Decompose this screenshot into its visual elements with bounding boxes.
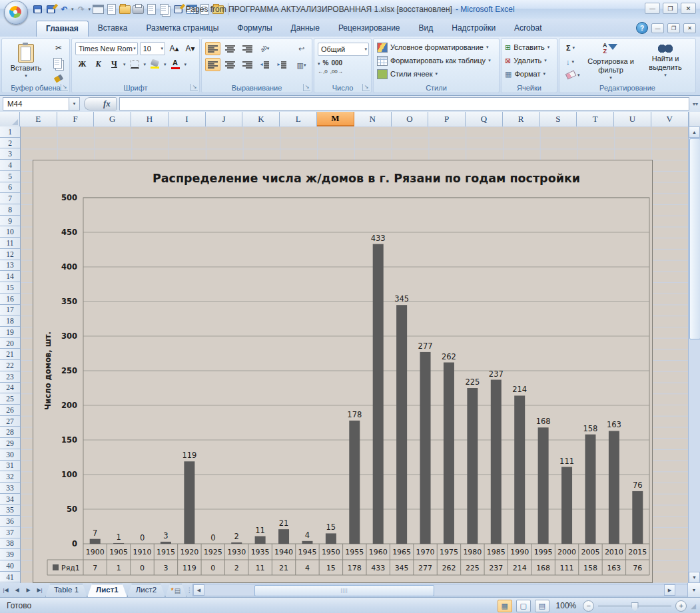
row-header-23[interactable]: 23: [0, 371, 20, 383]
cell-styles-button[interactable]: Стили ячеек▾: [376, 67, 497, 81]
new-document-icon[interactable]: [106, 4, 117, 15]
row-header-13[interactable]: 13: [0, 260, 20, 272]
select-all-corner[interactable]: [0, 112, 20, 126]
insert-table-icon[interactable]: [186, 4, 197, 15]
bar-chart[interactable]: Распределение числа ж/домов в г. Рязани …: [33, 160, 653, 583]
column-header-G[interactable]: G: [94, 112, 131, 126]
dialog-launcher-icon[interactable]: ↘: [303, 84, 310, 91]
font-color-caret-icon[interactable]: ▾: [184, 62, 187, 67]
name-box[interactable]: M44: [3, 97, 69, 110]
find-select-button[interactable]: Найти и выделить▾: [638, 41, 693, 82]
font-size-select[interactable]: 10 ▾: [140, 42, 165, 55]
comma-style-button[interactable]: 000: [331, 59, 342, 67]
zoom-in-icon[interactable]: +: [675, 600, 687, 612]
name-box-caret-icon[interactable]: ▾: [69, 97, 80, 110]
row-header-37[interactable]: 37: [0, 527, 20, 538]
row-header-3[interactable]: 3: [0, 148, 20, 160]
window-icon[interactable]: [93, 4, 104, 15]
row-header-34[interactable]: 34: [0, 494, 20, 505]
font-name-select[interactable]: Times New Rom ▾: [75, 42, 138, 55]
undo-icon[interactable]: ↶: [59, 4, 70, 15]
office-button[interactable]: [4, 1, 28, 25]
italic-button[interactable]: К: [91, 58, 105, 71]
scroll-up-icon[interactable]: ▲: [689, 126, 700, 138]
row-header-39[interactable]: 39: [0, 549, 20, 560]
edit-document-icon[interactable]: [173, 4, 184, 15]
row-header-29[interactable]: 29: [0, 438, 20, 449]
row-header-19[interactable]: 19: [0, 327, 20, 338]
next-sheet-icon[interactable]: ▶: [23, 583, 34, 597]
ribbon-tab-Главная[interactable]: Главная: [36, 21, 89, 37]
insert-function-button[interactable]: fx: [102, 97, 117, 110]
attach-icon[interactable]: [199, 4, 210, 15]
vertical-scroll-thumb[interactable]: [689, 138, 700, 339]
align-bottom-button[interactable]: [240, 42, 255, 55]
ribbon-tab-Данные[interactable]: Данные: [282, 21, 329, 37]
ribbon-tab-Рецензирование[interactable]: Рецензирование: [329, 21, 410, 37]
bold-button[interactable]: Ж: [75, 58, 89, 71]
undo-caret-icon[interactable]: ▾: [71, 7, 74, 12]
row-header-33[interactable]: 33: [0, 483, 20, 494]
workbook-close-button[interactable]: ✕: [683, 23, 696, 33]
print-icon[interactable]: [133, 4, 144, 15]
zoom-level[interactable]: 100%: [556, 601, 577, 610]
row-header-7[interactable]: 7: [0, 193, 20, 204]
row-header-15[interactable]: 15: [0, 282, 20, 294]
decrease-decimal-button[interactable]: ,00→: [330, 69, 343, 75]
embedded-chart[interactable]: Распределение числа ж/домов в г. Рязани …: [33, 160, 653, 583]
ribbon-tab-Формулы[interactable]: Формулы: [228, 21, 281, 37]
fill-color-button[interactable]: [148, 58, 162, 71]
zoom-out-icon[interactable]: −: [583, 600, 594, 612]
permissions-icon[interactable]: [212, 4, 224, 15]
row-header-32[interactable]: 32: [0, 471, 20, 483]
row-header-25[interactable]: 25: [0, 393, 20, 405]
row-header-30[interactable]: 30: [0, 449, 20, 461]
column-header-E[interactable]: E: [20, 112, 57, 126]
scrollbar-top-box[interactable]: [689, 112, 700, 126]
row-header-9[interactable]: 9: [0, 216, 20, 227]
dialog-launcher-icon[interactable]: ↘: [362, 84, 370, 91]
column-header-Q[interactable]: Q: [466, 112, 503, 126]
copy-icon[interactable]: [159, 4, 171, 15]
row-header-31[interactable]: 31: [0, 461, 20, 472]
row-header-11[interactable]: 11: [0, 238, 20, 249]
wrap-text-button[interactable]: ↩: [294, 42, 309, 55]
column-header-L[interactable]: L: [280, 112, 317, 126]
align-center-button[interactable]: [222, 58, 238, 71]
delete-cells-button[interactable]: ⊠ Удалить▾: [504, 54, 555, 67]
row-header-16[interactable]: 16: [0, 294, 20, 305]
align-left-button[interactable]: [205, 58, 220, 71]
underline-caret-icon[interactable]: ▾: [123, 62, 126, 67]
sheet-tab-Table 1[interactable]: Table 1: [45, 584, 87, 597]
close-button[interactable]: ✕: [681, 3, 696, 14]
normal-view-button[interactable]: ▦: [498, 600, 512, 612]
row-header-2[interactable]: 2: [0, 138, 20, 149]
column-header-O[interactable]: O: [392, 112, 429, 126]
row-header-17[interactable]: 17: [0, 305, 20, 316]
row-header-28[interactable]: 28: [0, 427, 20, 438]
column-header-F[interactable]: F: [57, 112, 95, 126]
borders-caret-icon[interactable]: ▾: [144, 62, 147, 67]
accounting-format-button[interactable]: ▾: [318, 58, 320, 67]
fill-button[interactable]: ↓▾: [563, 56, 583, 68]
restore-button[interactable]: ❐: [663, 3, 678, 14]
increase-decimal-button[interactable]: ←,0: [318, 69, 328, 75]
redo-caret-icon[interactable]: ▾: [89, 7, 91, 12]
sheet-tab-Лист1[interactable]: Лист1: [87, 584, 127, 597]
shrink-font-button[interactable]: A▾: [183, 43, 197, 55]
column-header-K[interactable]: K: [242, 112, 280, 126]
row-header-5[interactable]: 5: [0, 171, 20, 182]
row-header-40[interactable]: 40: [0, 560, 20, 572]
row-header-41[interactable]: 41: [0, 572, 20, 583]
sort-filter-button[interactable]: AZ Сортировка и фильтр▾: [583, 41, 638, 82]
prev-sheet-icon[interactable]: ◀: [11, 583, 23, 597]
underline-button[interactable]: Ч: [107, 58, 121, 71]
first-sheet-icon[interactable]: |◀: [0, 583, 11, 597]
row-header-27[interactable]: 27: [0, 416, 20, 427]
font-color-button[interactable]: А: [169, 58, 182, 71]
column-header-S[interactable]: S: [540, 112, 577, 126]
workbook-restore-button[interactable]: ❐: [667, 23, 680, 33]
format-painter-icon[interactable]: [52, 72, 66, 85]
open-icon[interactable]: [119, 4, 131, 15]
align-right-button[interactable]: [240, 58, 255, 71]
